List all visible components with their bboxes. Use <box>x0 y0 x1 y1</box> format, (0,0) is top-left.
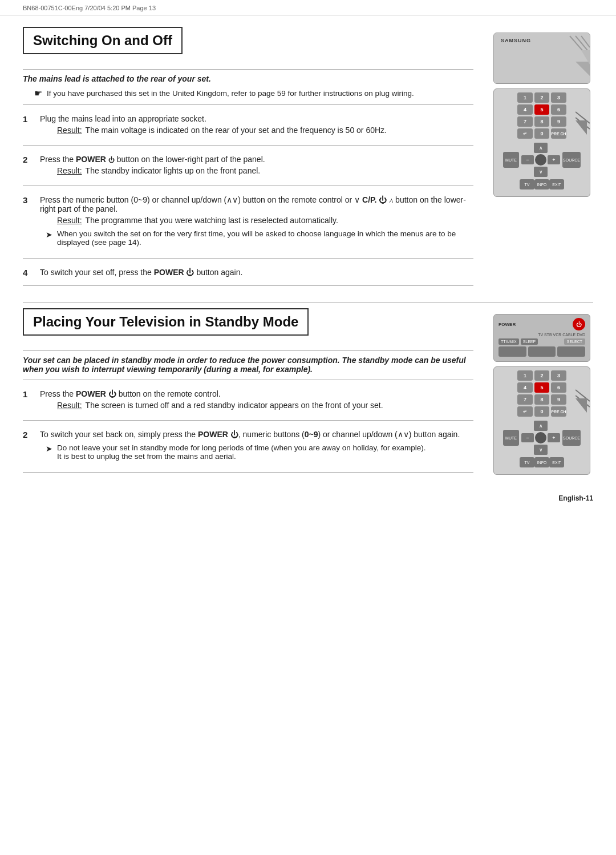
step1-num: 1 <box>23 114 34 124</box>
footer: English-11 <box>0 489 616 508</box>
vol-nav: ∧ − + ∨ <box>521 143 560 177</box>
divider1 <box>23 69 473 70</box>
sleep-btn: SLEEP <box>521 338 538 345</box>
up-btn-2: ∧ <box>534 421 548 431</box>
step3-content: Press the numeric button (0~9) or channe… <box>40 195 473 250</box>
section1-left: Switching On and Off The mains lead is a… <box>23 27 485 291</box>
divider3 <box>23 145 473 146</box>
tfunc2 <box>528 346 556 357</box>
step3-row: 3 Press the numeric button (0~9) or chan… <box>23 191 473 253</box>
result-label-1: Result: <box>57 126 82 135</box>
num-grid-2: 1 2 3 4 5 6 7 8 9 ↵ 0 PRE CH <box>517 370 566 417</box>
ttx-btn: TTX/MIX <box>499 338 519 345</box>
btn2-0: 0 <box>534 406 549 417</box>
header-text: BN68-00751C-00Eng 7/20/04 5:20 PM Page 1… <box>23 5 156 11</box>
s2-step2-num: 2 <box>23 430 34 439</box>
samsung-logo: SAMSUNG <box>501 38 531 43</box>
center-btn-2 <box>535 432 546 443</box>
result-label-2: Result: <box>57 166 82 175</box>
tv-stb-text: TV STB VCR CABLE DVD <box>538 333 585 337</box>
right-btn: + <box>548 155 560 164</box>
step3-num: 3 <box>23 195 34 205</box>
step1-result: Result: The main voltage is indicated on… <box>57 126 473 135</box>
power-btn: ⏻ <box>573 318 585 330</box>
btn-2: 2 <box>534 92 549 103</box>
remote-top-img: SAMSUNG <box>493 33 590 84</box>
s2-step1-row: 1 Press the POWER ⏻ button on the remote… <box>23 385 473 416</box>
section2-left: Placing Your Television in Standby Mode … <box>23 308 485 477</box>
remote-diag-2 <box>576 384 590 413</box>
s2-step1-result-text: The screen is turned off and a red stand… <box>86 401 473 410</box>
remote-body-img: 1 2 3 4 5 6 7 8 9 ↵ 0 PRE CH MUTE <box>493 88 590 197</box>
num-grid: 1 2 3 4 5 6 7 8 9 ↵ 0 PRE CH <box>517 92 566 139</box>
step4-content: To switch your set off, press the POWER … <box>40 268 473 277</box>
remote-power-img: POWER ⏻ TV STB VCR CABLE DVD TTX/MIX SLE… <box>493 314 590 362</box>
btn2-return: ↵ <box>517 406 532 417</box>
tfunc3 <box>557 346 585 357</box>
tv-btn: TV <box>520 179 534 189</box>
section1-title-box: Switching On and Off <box>23 27 183 54</box>
vol-nav-2: ∧ − + ∨ <box>521 421 560 455</box>
remote-top-area: SAMSUNG <box>494 33 590 83</box>
btn2-8: 8 <box>534 394 549 405</box>
source-btn-2: SOURCE <box>562 430 581 446</box>
mute-btn-2: MUTE <box>503 430 519 446</box>
info-btn: INFO <box>534 179 549 189</box>
svg-marker-7 <box>576 120 587 135</box>
s2-step2-text: To switch your set back on, simply press… <box>40 430 460 439</box>
step2-row: 2 Press the POWER ⏻ button on the lower-… <box>23 150 473 181</box>
s2-result-label-1: Result: <box>57 401 82 410</box>
section2-title: Placing Your Television in Standby Mode <box>33 314 298 330</box>
s2-step1-text: Press the POWER ⏻ button on the remote c… <box>40 389 221 398</box>
step3-text: Press the numeric button (0~9) or channe… <box>40 195 466 213</box>
step3-note-text: When you switch the set on for the very … <box>57 229 473 247</box>
source-btn: SOURCE <box>562 152 581 168</box>
btn2-9: 9 <box>551 394 566 405</box>
remote-diag-1 <box>576 106 590 135</box>
step4-row: 4 To switch your set off, press the POWE… <box>23 263 473 281</box>
step2-num: 2 <box>23 155 34 164</box>
step1-row: 1 Plug the mains lead into an appropriat… <box>23 110 473 140</box>
arrow-icon-1: ➤ <box>46 229 52 239</box>
s2-step1-content: Press the POWER ⏻ button on the remote c… <box>40 389 473 412</box>
btn2-3: 3 <box>551 370 566 381</box>
bottom-area-2: TV INFO EXIT <box>520 457 564 470</box>
btn-5: 5 <box>534 104 549 115</box>
diag-decoration <box>544 33 590 83</box>
s2-divider3 <box>23 420 473 421</box>
tv-stb-row: TV STB VCR CABLE DVD <box>499 333 585 337</box>
svg-line-2 <box>581 36 590 47</box>
btn-9: 9 <box>551 116 566 127</box>
btn2-prech: PRE CH <box>551 406 566 417</box>
remote-body-img-2: 1 2 3 4 5 6 7 8 9 ↵ 0 PRE CH MUTE <box>493 366 590 475</box>
step1-result-text: The main voltage is indicated on the rea… <box>86 126 473 135</box>
section1-bullet-note: ☛ If you have purchased this set in the … <box>34 89 473 99</box>
step2-result: Result: The standby indicator lights up … <box>57 166 473 175</box>
down-btn-2: ∨ <box>534 445 548 455</box>
ttx-row: TTX/MIX SLEEP SELECT <box>499 338 585 345</box>
btn2-2: 2 <box>534 370 549 381</box>
tv-btn-2: TV <box>520 457 534 467</box>
mute-btn: MUTE <box>503 152 519 168</box>
left-btn: − <box>521 155 534 164</box>
s2-step1-result: Result: The screen is turned off and a r… <box>57 401 473 410</box>
divider4 <box>23 185 473 186</box>
nav-area: MUTE ∧ − + ∨ SOURCE <box>503 143 581 177</box>
s2-step2-content: To switch your set back on, simply press… <box>40 430 473 464</box>
section1-right: SAMSUNG 1 2 3 <box>485 27 599 291</box>
btn-8: 8 <box>534 116 549 127</box>
btn2-4: 4 <box>517 382 532 393</box>
page-number: English-11 <box>558 494 593 502</box>
section1-title: Switching On and Off <box>33 33 172 49</box>
section1-content: Switching On and Off The mains lead is a… <box>0 15 616 302</box>
btn-return: ↵ <box>517 128 532 139</box>
bottom-area: TV INFO EXIT <box>520 179 564 192</box>
header-bar: BN68-00751C-00Eng 7/20/04 5:20 PM Page 1… <box>0 0 616 15</box>
btn-0: 0 <box>534 128 549 139</box>
section2-right: POWER ⏻ TV STB VCR CABLE DVD TTX/MIX SLE… <box>485 308 599 477</box>
exit-btn-2: EXIT <box>549 457 564 467</box>
svg-marker-3 <box>576 62 590 76</box>
step3-result: Result: The programme that you were watc… <box>57 216 473 225</box>
btn-6: 6 <box>551 104 566 115</box>
nav-area-2: MUTE ∧ − + ∨ SOURCE <box>503 421 581 455</box>
